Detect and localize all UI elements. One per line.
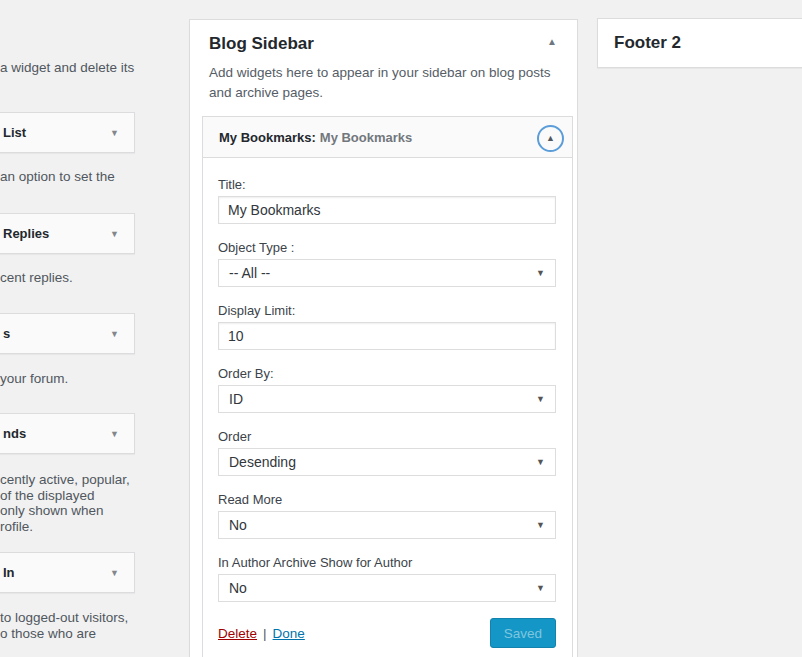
selected-option-text: No: [229, 580, 247, 596]
form-field-read-more: Read MoreNo▼: [218, 492, 556, 539]
available-widget-description: cently active, popular,of the displayedo…: [0, 472, 175, 534]
order-select[interactable]: Desending▼: [218, 448, 556, 476]
available-widget-title: In: [3, 565, 110, 580]
order-by-select[interactable]: ID▼: [218, 385, 556, 413]
widget-toggle-button[interactable]: ▲: [537, 125, 564, 152]
available-widget-card[interactable]: nds▼: [0, 413, 135, 454]
available-widget-card[interactable]: s▼: [0, 313, 135, 354]
title-input[interactable]: [218, 196, 556, 224]
my-bookmarks-widget-title: My Bookmarks:My Bookmarks: [219, 130, 412, 145]
available-widget-description: to logged-out visitors,o those who are: [0, 610, 175, 641]
available-widget-card[interactable]: Replies▼: [0, 213, 135, 254]
available-widget-title: List: [3, 125, 110, 140]
action-separator: |: [263, 626, 267, 641]
widget-title-text: My Bookmarks:: [219, 130, 316, 145]
form-field-display-limit: Display Limit:: [218, 303, 556, 350]
form-field-title: Title:: [218, 177, 556, 224]
collapse-up-icon[interactable]: ▲: [547, 37, 557, 47]
selected-option-text: Desending: [229, 454, 296, 470]
available-widget-title: s: [3, 326, 110, 341]
dropdown-arrow-icon: ▼: [536, 521, 545, 530]
saved-button[interactable]: Saved: [490, 618, 556, 648]
selected-option-text: -- All --: [229, 265, 270, 281]
arrow-down-icon: ▼: [110, 429, 119, 439]
field-label: Display Limit:: [218, 303, 556, 318]
arrow-down-icon: ▼: [110, 128, 119, 138]
form-field-in-author-archive-show-for-author: In Author Archive Show for AuthorNo▼: [218, 555, 556, 602]
form-field-order: OrderDesending▼: [218, 429, 556, 476]
field-label: Order By:: [218, 366, 556, 381]
display-limit-input[interactable]: [218, 322, 556, 350]
footer-2-title: Footer 2: [614, 33, 681, 53]
blog-sidebar-description: Add widgets here to appear in your sideb…: [209, 63, 558, 103]
widget-actions-row: Delete | Done Saved: [218, 618, 556, 648]
my-bookmarks-widget-form: Title:Object Type :-- All --▼Display Lim…: [202, 158, 573, 657]
in-widget-title-text: My Bookmarks: [320, 130, 412, 145]
widget-form-fields: Title:Object Type :-- All --▼Display Lim…: [218, 177, 556, 602]
available-widget-description: cent replies.: [0, 270, 175, 286]
available-widgets-intro-text: a widget and delete its: [0, 60, 134, 75]
arrow-down-icon: ▼: [110, 229, 119, 239]
dropdown-arrow-icon: ▼: [536, 458, 545, 467]
done-link[interactable]: Done: [273, 626, 305, 641]
dropdown-arrow-icon: ▼: [536, 269, 545, 278]
selected-option-text: No: [229, 517, 247, 533]
field-label: Title:: [218, 177, 556, 192]
selected-option-text: ID: [229, 391, 243, 407]
available-widget-description: an option to set the: [0, 169, 175, 185]
form-field-order-by: Order By:ID▼: [218, 366, 556, 413]
blog-sidebar-title: Blog Sidebar: [209, 34, 314, 53]
read-more-select[interactable]: No▼: [218, 511, 556, 539]
blog-sidebar-panel: Blog Sidebar ▲ Add widgets here to appea…: [189, 19, 578, 657]
in-author-archive-show-for-author-select[interactable]: No▼: [218, 574, 556, 602]
blog-sidebar-header: Blog Sidebar ▲: [190, 20, 577, 54]
collapse-up-icon: ▲: [546, 134, 555, 143]
available-widget-card[interactable]: List▼: [0, 112, 135, 153]
delete-link[interactable]: Delete: [218, 626, 257, 641]
dropdown-arrow-icon: ▼: [536, 584, 545, 593]
dropdown-arrow-icon: ▼: [536, 395, 545, 404]
available-widget-card[interactable]: In▼: [0, 552, 135, 593]
footer-2-panel[interactable]: Footer 2: [597, 18, 802, 68]
available-widget-title: Replies: [3, 226, 110, 241]
my-bookmarks-widget: My Bookmarks:My Bookmarks ▲ Title:Object…: [202, 116, 573, 657]
widgets-admin-page: a widget and delete its List▼an option t…: [0, 0, 802, 657]
available-widget-title: nds: [3, 426, 110, 441]
field-label: In Author Archive Show for Author: [218, 555, 556, 570]
field-label: Read More: [218, 492, 556, 507]
arrow-down-icon: ▼: [110, 329, 119, 339]
field-label: Order: [218, 429, 556, 444]
field-label: Object Type :: [218, 240, 556, 255]
available-widget-description: your forum.: [0, 371, 175, 387]
object-type-select[interactable]: -- All --▼: [218, 259, 556, 287]
my-bookmarks-widget-header[interactable]: My Bookmarks:My Bookmarks ▲: [202, 116, 573, 158]
arrow-down-icon: ▼: [110, 568, 119, 578]
form-field-object-type: Object Type :-- All --▼: [218, 240, 556, 287]
